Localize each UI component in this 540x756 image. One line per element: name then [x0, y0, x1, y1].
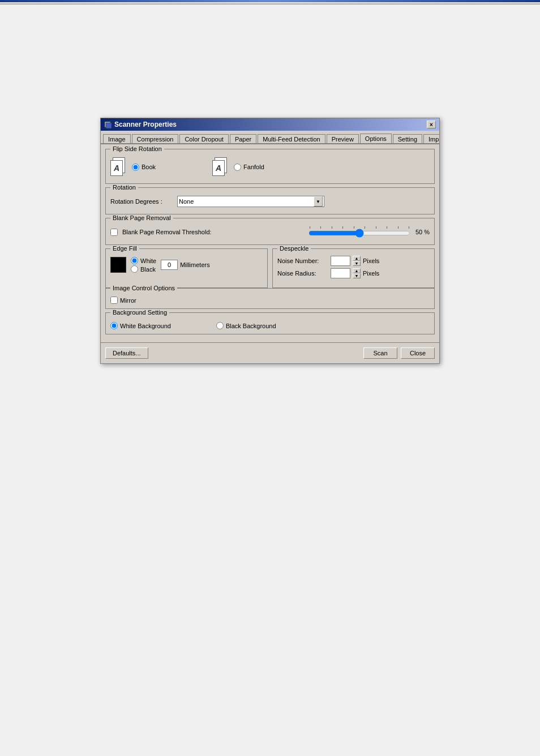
image-control-group: Image Control Options Mirror	[105, 288, 435, 309]
edge-value-row: 0 Millimeters	[161, 260, 210, 270]
blank-page-checkbox[interactable]	[110, 229, 118, 236]
noise-number-label: Noise Number:	[277, 257, 328, 264]
noise-number-down[interactable]: ▼	[353, 261, 361, 266]
black-bg-radio[interactable]	[216, 322, 224, 329]
book-radio-group: Book	[132, 164, 156, 171]
book-label: Book	[142, 164, 156, 170]
scan-button[interactable]: Scan	[363, 347, 397, 359]
white-bg-radio[interactable]	[110, 322, 118, 329]
edge-fill-input[interactable]: 0	[161, 260, 178, 270]
flip-side-group: Flip Side Rotation A Book	[105, 149, 435, 184]
blank-page-value: 50 %	[413, 229, 430, 235]
despeckle-group: Despeckle Noise Number: 22 ▲ ▼ Pixels	[272, 248, 435, 288]
black-label: Black	[140, 266, 156, 273]
defaults-button[interactable]: Defaults...	[105, 347, 148, 359]
white-radio[interactable]	[131, 257, 138, 264]
edge-radios: White Black	[131, 257, 156, 273]
main-content: Flip Side Rotation A Book	[101, 144, 439, 342]
blank-row: Blank Page Removal Threshold:	[110, 224, 430, 240]
tab-bar: Image Compression Color Dropout Paper Mu…	[101, 131, 439, 144]
noise-number-pixels: Pixels	[363, 257, 379, 264]
tab-multifeed[interactable]: Multi-Feed Detection	[258, 134, 325, 144]
flip-fanfold-option: A Fanfold	[212, 157, 264, 177]
flip-side-title: Flip Side Rotation	[110, 145, 164, 152]
scanner-properties-dialog: Scanner Properties × Image Compression C…	[100, 118, 440, 364]
blank-page-title: Blank Page Removal	[110, 214, 173, 221]
mirror-checkbox[interactable]	[110, 297, 118, 304]
noise-radius-input[interactable]: 10	[331, 268, 350, 278]
close-icon-btn[interactable]: ×	[427, 121, 436, 128]
dropdown-arrow-icon[interactable]: ▼	[314, 196, 323, 207]
edge-fill-unit: Millimeters	[180, 261, 210, 268]
blank-threshold-label: Blank Page Removal Threshold:	[122, 229, 212, 235]
despeckle-col: Despeckle Noise Number: 22 ▲ ▼ Pixels	[272, 248, 435, 288]
blank-page-group: Blank Page Removal Blank Page Removal Th…	[105, 218, 435, 245]
background-group: Background Setting White Background Blac…	[105, 312, 435, 334]
slider-container: 50 %	[308, 226, 430, 238]
edge-fill-title: Edge Fill	[110, 245, 139, 252]
tab-setting[interactable]: Setting	[393, 134, 422, 144]
rotation-group: Rotation Rotation Degrees : None ▼	[105, 187, 435, 214]
fanfold-radio-group: Fanfold	[234, 164, 264, 171]
edge-fill-content: White Black 0 Millimeters	[110, 255, 263, 273]
rotation-title: Rotation	[110, 184, 138, 191]
edge-fill-group: Edge Fill White	[105, 248, 268, 288]
tab-options[interactable]: Options	[360, 134, 392, 144]
noise-radius-row: Noise Radius: 10 ▲ ▼ Pixels	[277, 267, 430, 280]
noise-number-input[interactable]: 22	[331, 256, 350, 266]
noise-radius-label: Noise Radius:	[277, 270, 328, 277]
despeckle-title: Despeckle	[277, 245, 311, 252]
white-label: White	[140, 257, 156, 264]
tab-color-dropout[interactable]: Color Dropout	[179, 134, 228, 144]
title-bar: Scanner Properties ×	[101, 118, 439, 131]
image-control-content: Mirror	[110, 294, 430, 304]
image-control-title: Image Control Options	[110, 285, 177, 291]
tab-preview[interactable]: Preview	[327, 134, 359, 144]
black-radio-group: Black	[131, 265, 156, 273]
noise-radius-spinbtns: ▲ ▼	[353, 268, 361, 278]
svg-rect-1	[106, 123, 112, 128]
white-radio-group: White	[131, 257, 156, 264]
noise-number-up[interactable]: ▲	[353, 256, 361, 261]
two-col-section: Edge Fill White	[105, 248, 435, 288]
bottom-bar: Defaults... Scan Close	[101, 342, 439, 363]
black-bg-label: Black Background	[226, 323, 276, 329]
mirror-label: Mirror	[120, 297, 136, 304]
flip-row: A Book A	[110, 155, 430, 179]
noise-radius-pixels: Pixels	[363, 270, 379, 277]
noise-radius-up[interactable]: ▲	[353, 268, 361, 273]
blank-page-slider[interactable]	[308, 229, 410, 238]
dialog-title: Scanner Properties	[114, 121, 177, 128]
flip-book-option: A Book	[110, 157, 156, 177]
tab-image[interactable]: Image	[103, 134, 131, 144]
fanfold-icon: A	[212, 157, 229, 177]
fanfold-label: Fanfold	[243, 164, 264, 170]
black-bg-radio-group: Black Background	[216, 322, 276, 329]
book-radio[interactable]	[132, 164, 139, 171]
bg-setting-content: White Background Black Background	[110, 319, 430, 329]
noise-radius-down[interactable]: ▼	[353, 273, 361, 278]
rotation-dropdown[interactable]: None ▼	[177, 196, 324, 207]
slider-tick-area	[308, 226, 410, 238]
background-title: Background Setting	[110, 309, 169, 316]
white-bg-label: White Background	[120, 323, 171, 329]
black-square-icon	[110, 257, 126, 273]
rotation-value: None	[179, 198, 194, 205]
edge-fill-col: Edge Fill White	[105, 248, 268, 288]
tab-imprinter[interactable]: Imprinter	[423, 134, 439, 144]
noise-number-spinbtns: ▲ ▼	[353, 256, 361, 266]
white-bg-radio-group: White Background	[110, 322, 171, 329]
fanfold-radio[interactable]	[234, 164, 241, 171]
action-btn-group: Scan Close	[363, 347, 435, 359]
tab-paper[interactable]: Paper	[230, 134, 256, 144]
noise-number-row: Noise Number: 22 ▲ ▼ Pixels	[277, 255, 430, 267]
tab-compression[interactable]: Compression	[132, 134, 179, 144]
rotation-row: Rotation Degrees : None ▼	[110, 194, 430, 209]
close-button[interactable]: Close	[401, 347, 435, 359]
book-icon: A	[110, 157, 127, 177]
black-radio[interactable]	[131, 265, 138, 273]
app-icon	[104, 121, 112, 128]
rotation-degrees-label: Rotation Degrees :	[110, 198, 173, 205]
despeckle-content: Noise Number: 22 ▲ ▼ Pixels Noise Radius…	[277, 251, 430, 280]
